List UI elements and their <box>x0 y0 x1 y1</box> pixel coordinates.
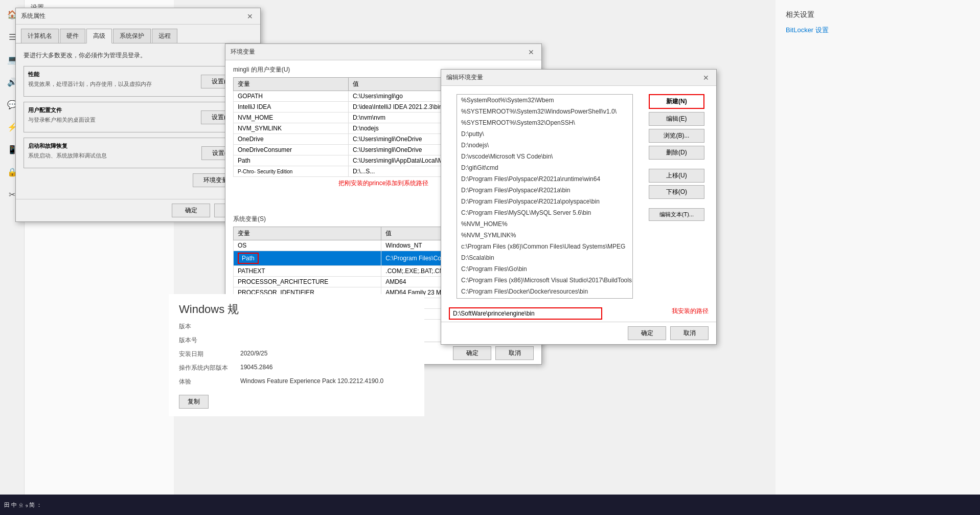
list-item[interactable]: %NVM_HOME% <box>457 218 632 230</box>
list-item[interactable]: D:\putty\ <box>457 128 632 140</box>
system-props-ok-btn[interactable]: 确定 <box>172 204 210 217</box>
win-info-row-version: 版本 <box>179 322 414 331</box>
edit-env-list-area: %SystemRoot%\System32\Wbem %SYSTEMROOT%\… <box>449 90 709 303</box>
win-info-label-version-num: 版本号 <box>179 336 240 345</box>
win-info-label-version: 版本 <box>179 322 240 331</box>
edit-env-right-buttons: 新建(N) 编辑(E) 浏览(B)... 删除(D) 上移(U) 下移(O) 编… <box>645 90 709 303</box>
user-var-name-gopath: GOPATH <box>234 91 349 102</box>
dialog-edit-env: 编辑环境变量 ✕ %SystemRoot%\System32\Wbem %SYS… <box>441 69 717 345</box>
win-info-label-os-build: 操作系统内部版本 <box>179 364 240 372</box>
windows-info-fields: 版本 版本号 安装日期 2020/9/25 操作系统内部版本 19045.284… <box>179 322 414 389</box>
sys-var-name-proc-arch: PROCESSOR_ARCHITECTURE <box>234 277 381 287</box>
user-profiles-label: 用户配置文件 <box>28 106 96 114</box>
related-settings-title: 相关设置 <box>786 10 970 19</box>
taskbar: 田 中 ㄓ ₉ 简 ： <box>0 495 980 515</box>
user-profiles-desc: 与登录帐户相关的桌面设置 <box>28 116 96 124</box>
list-item[interactable]: D:\Program Files\Polyspace\R2021a\bin <box>457 185 632 196</box>
edit-env-close-btn[interactable]: ✕ <box>701 73 711 83</box>
list-item[interactable]: D:\git\Git\cmd <box>457 162 632 173</box>
list-item[interactable]: c:\Program Files (x86)\Common Files\Ulea… <box>457 241 632 252</box>
tab-computer-name[interactable]: 计算机名 <box>21 29 59 43</box>
edit-env-new-btn[interactable]: 新建(N) <box>649 94 704 109</box>
sys-vars-col-name: 变量 <box>234 227 381 240</box>
system-props-footer: 确定 取消 <box>16 199 260 221</box>
list-item[interactable]: C:\Program Files\Go\bin <box>457 263 632 275</box>
win-info-label-experience: 体验 <box>179 377 240 386</box>
user-var-name-path: Path <box>234 155 349 166</box>
admin-note: 要进行大多数更改，你必须作为管理员登录。 <box>24 51 253 60</box>
edit-env-edit-btn[interactable]: 编辑(E) <box>649 112 704 126</box>
edit-env-annotation: 我安装的路径 <box>672 307 709 316</box>
edit-env-browse-btn[interactable]: 浏览(B)... <box>649 129 704 143</box>
user-profiles-section: 用户配置文件 与登录帐户相关的桌面设置 设置(E)... <box>24 102 253 132</box>
startup-recovery-section: 启动和故障恢复 系统启动、系统故障和调试信息 设置(T)... <box>24 138 253 168</box>
list-item[interactable]: %SYSTEMROOT%\System32\OpenSSH\ <box>457 117 632 128</box>
edit-text-btn-group: 编辑文本(T)... <box>649 208 704 221</box>
win-info-value-os-build: 19045.2846 <box>240 364 272 372</box>
win-info-value-install-date: 2020/9/25 <box>240 350 267 359</box>
right-panel: 相关设置 BitLocker 设置 <box>776 0 980 515</box>
tab-advanced[interactable]: 高级 <box>86 29 112 43</box>
edit-env-ok-btn[interactable]: 确定 <box>628 326 666 340</box>
win-info-value-experience: Windows Feature Experience Pack 120.2212… <box>240 377 383 386</box>
tab-hardware[interactable]: 硬件 <box>60 29 85 43</box>
tab-remote[interactable]: 远程 <box>152 29 177 43</box>
edit-env-annotation-row: D:\SoftWare\prince\engine\bin 我安装的路径 <box>449 307 709 320</box>
edit-env-delete-btn[interactable]: 删除(D) <box>649 146 704 160</box>
edit-env-list[interactable]: %SystemRoot%\System32\Wbem %SYSTEMROOT%\… <box>457 94 633 299</box>
list-item[interactable]: %SYSTEMROOT%\System32\WindowsPowerShell\… <box>457 106 632 117</box>
user-vars-col-name: 变量 <box>234 78 349 91</box>
startup-recovery-desc: 系统启动、系统故障和调试信息 <box>28 152 107 160</box>
env-vars-ok-btn[interactable]: 确定 <box>453 346 491 360</box>
move-buttons-group: 上移(U) 下移(O) <box>649 169 704 199</box>
dialog-system-props: 系统属性 ✕ 计算机名 硬件 高级 系统保护 远程 要进行大多数更改，你必须作为… <box>15 8 261 222</box>
edit-env-title: 编辑环境变量 <box>446 73 483 82</box>
startup-recovery-label: 启动和故障恢复 <box>28 142 107 150</box>
performance-label: 性能 <box>28 71 152 78</box>
windows-info-title: Windows 规 <box>179 302 414 317</box>
win-copy-btn[interactable]: 复制 <box>179 395 209 409</box>
user-var-name-onedrivecon: OneDriveConsumer <box>234 145 349 155</box>
env-vars-titlebar: 环境变量 ✕ <box>225 44 541 60</box>
system-props-titlebar: 系统属性 ✕ <box>16 8 260 25</box>
env-vars-title: 环境变量 <box>231 48 255 56</box>
user-var-name-nvmsymlink: NVM_SYMLINK <box>234 123 349 134</box>
list-item[interactable]: C:\ProgramData\DockerDesktop\version-bin <box>457 297 632 299</box>
list-item[interactable]: D:\Program Files\Polyspace\R2021a\polysp… <box>457 196 632 207</box>
highlighted-path-box: D:\SoftWare\prince\engine\bin <box>449 307 602 320</box>
tab-system-protection[interactable]: 系统保护 <box>113 29 151 43</box>
win-info-row-experience: 体验 Windows Feature Experience Pack 120.2… <box>179 377 414 386</box>
list-item[interactable]: D:\Program Files\Polyspace\R2021a\runtim… <box>457 173 632 185</box>
edit-env-edittext-btn[interactable]: 编辑文本(T)... <box>649 208 704 221</box>
env-vars-close-btn[interactable]: ✕ <box>526 47 536 57</box>
sys-var-name-os: OS <box>234 240 381 251</box>
sys-var-name-path: Path <box>234 251 381 266</box>
list-item[interactable]: D:\nodejs\ <box>457 140 632 151</box>
env-vars-cancel-btn[interactable]: 取消 <box>495 346 534 360</box>
windows-info-panel: Windows 规 版本 版本号 安装日期 2020/9/25 操作系统内部版本… <box>169 294 424 416</box>
list-item[interactable]: C:\Program Files\Docker\Docker\resources… <box>457 286 632 297</box>
list-item[interactable]: C:\Program Files (x86)\Microsoft Visual … <box>457 275 632 286</box>
list-item[interactable]: %SystemRoot%\System32\Wbem <box>457 95 632 106</box>
system-props-title: 系统属性 <box>21 12 45 20</box>
bitlocker-link[interactable]: BitLocker 设置 <box>786 26 829 34</box>
highlighted-path-display: D:\SoftWare\prince\engine\bin <box>449 307 668 320</box>
user-var-name-onedrive: OneDrive <box>234 134 349 145</box>
edit-env-movedown-btn[interactable]: 下移(O) <box>649 185 704 199</box>
user-var-name-intellij: IntelliJ IDEA <box>234 102 349 113</box>
win-info-row-version-num: 版本号 <box>179 336 414 345</box>
edit-env-footer: 确定 取消 <box>441 322 716 344</box>
list-item[interactable]: %NVM_SYMLINK% <box>457 230 632 241</box>
list-item[interactable]: D:\Scala\bin <box>457 252 632 263</box>
edit-env-moveup-btn[interactable]: 上移(U) <box>649 169 704 183</box>
edit-env-cancel-btn[interactable]: 取消 <box>670 326 709 340</box>
win-info-label-install-date: 安装日期 <box>179 350 240 359</box>
sys-var-name-pathext: PATHEXT <box>234 266 381 277</box>
taskbar-input-indicator: 田 中 ㄓ ₉ 简 ： <box>4 501 42 509</box>
system-props-content: 要进行大多数更改，你必须作为管理员登录。 性能 视觉效果，处理器计划，内存使用，… <box>16 43 260 199</box>
edit-env-titlebar: 编辑环境变量 ✕ <box>441 70 716 86</box>
system-props-close-btn[interactable]: ✕ <box>245 11 255 21</box>
performance-section: 性能 视觉效果，处理器计划，内存使用，以及虚拟内存 设置(S)... <box>24 66 253 97</box>
list-item[interactable]: D:\vscode\Microsoft VS Code\bin\ <box>457 151 632 162</box>
list-item[interactable]: C:\Program Files\MySQL\MySQL Server 5.6\… <box>457 207 632 218</box>
